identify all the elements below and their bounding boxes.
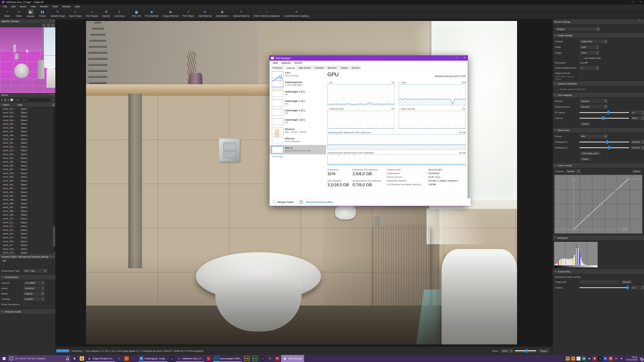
taskbar-button-photos[interactable]: ◎ (168, 355, 176, 362)
close-icon[interactable]: ✕ (53, 255, 54, 258)
taskbar-button-indigo-forum[interactable]: ◍Indigo Renderer Fo... (86, 355, 116, 362)
gp-icon[interactable]: GP (566, 357, 570, 361)
menu-help[interactable]: Help (72, 4, 82, 9)
table-row[interactable]: mesh_343 ...Object (0, 114, 55, 118)
tm-menu-datei[interactable]: Datei (271, 61, 280, 65)
opacity-value[interactable]: 1,0▲▼ (630, 285, 644, 290)
menu-render[interactable]: Render (38, 4, 50, 9)
section-image-settings[interactable]: Image Settings (553, 33, 644, 38)
collapse-chevron-icon[interactable]: ∨ (399, 108, 400, 110)
table-row[interactable]: mesh_354 ...Object (0, 156, 55, 160)
width-input[interactable]: 1280▲▼ (580, 45, 599, 49)
table-row[interactable]: mesh_353 ...Object (0, 152, 55, 156)
sidebar-item-datentr-ger-3-e-[interactable]: Datenträger 3 (E:)0% (270, 117, 326, 126)
table-row[interactable]: mesh_365 ...Object (0, 198, 55, 202)
supersampling-input[interactable]: 2▲▼ (580, 66, 599, 70)
table-row[interactable]: mesh_368 ...Object (0, 209, 55, 213)
table-row[interactable]: mesh_344 ...Object (0, 118, 55, 122)
lock-aspect-checkbox[interactable] (580, 57, 582, 59)
table-row[interactable]: mesh_362 ...Object (0, 186, 55, 190)
zoom-reset-button[interactable]: Reset (538, 349, 550, 353)
tab-details[interactable]: Details (339, 66, 350, 70)
tab-dienste[interactable]: Dienste (350, 66, 361, 70)
search-input[interactable] (15, 357, 66, 360)
whitepoint-y-slider[interactable] (580, 146, 629, 149)
zoom-select[interactable]: 200%▼ (500, 349, 513, 353)
taskbar-button-darkapp[interactable]: ❍ (259, 355, 266, 362)
column-object[interactable]: Object (0, 103, 17, 106)
toolbar-assign-material-button[interactable]: ◉Assign Material (160, 9, 180, 17)
scroll-down-icon[interactable]: ▼ (53, 252, 55, 255)
height-input[interactable]: 1024▲▼ (580, 51, 599, 55)
film-iso-value[interactable]: 300,0▲▼ (630, 116, 644, 120)
ev-adjust-value[interactable]: 2,0▲▼ (630, 110, 644, 115)
toolbar-online-material-database-button[interactable]: ∷Online Material Database (251, 9, 282, 17)
toolbar-add-medium-button[interactable]: ◉Add Medium (214, 9, 231, 17)
property-value[interactable]: 2,00000▲▼ (23, 297, 44, 301)
globe-icon[interactable]: ◍ (582, 357, 586, 361)
taskbar-button-task-view[interactable]: ⧉ (71, 355, 78, 362)
taskbar-button-fireworks[interactable]: Fw (243, 355, 251, 362)
browse-button[interactable]: Browse (621, 280, 632, 284)
start-button[interactable] (0, 355, 8, 362)
sidebar-item-ethernet[interactable]: EthernetNicht verbunden (270, 136, 326, 145)
menu-window[interactable]: Window (60, 4, 72, 9)
taskbar-search[interactable] (8, 356, 70, 361)
cube-icon[interactable]: ⬜ (10, 99, 13, 101)
collapse-chevron-icon[interactable]: ∨ (327, 108, 329, 110)
toolbar-pick-info-button[interactable]: ▆Pick Info (128, 9, 143, 17)
taskbar-button-firefox[interactable]: ◗ (123, 355, 130, 362)
section-histogram[interactable]: Histogram (553, 235, 644, 240)
section-environment[interactable]: Environment (0, 275, 55, 280)
toolbar-save-image-button[interactable]: ⇓Save Image (67, 9, 84, 17)
collapse-chevron-icon[interactable]: ∨ (399, 82, 400, 84)
table-row[interactable]: mesh_359 ...Object (0, 175, 55, 179)
menu-scene[interactable]: Scene (18, 4, 29, 9)
taskbar-button-photoshop[interactable]: Psanna-wangler-3299... (212, 355, 243, 362)
table-row[interactable]: mesh_350 ...Object (0, 141, 55, 145)
resource-monitor-link[interactable]: Ressourcenmonitor öffnen (306, 201, 333, 203)
magnifier-icon[interactable]: ○⃮ (52, 99, 54, 101)
toolbar-pick-object-button[interactable]: ✔Pick Object (180, 9, 196, 17)
section-white-point[interactable]: White Point (553, 128, 644, 133)
gear-warning-icon[interactable]: ⚙ (571, 357, 575, 361)
scene-scrollbar[interactable]: ▼ (53, 107, 55, 255)
table-row[interactable]: mesh_355 ...Object (0, 160, 55, 164)
taskbar-button-lock-sync[interactable]: ⇅ (266, 355, 274, 362)
whitepoint-x-slider[interactable] (580, 140, 629, 144)
curves-reset-button[interactable]: Reset (632, 169, 642, 173)
column-type[interactable]: Type (17, 103, 22, 106)
sidebar-item-arbeitsspeicher[interactable]: Arbeitsspeicher7,1/15,9 GB (45%) (270, 79, 326, 89)
whitepoint-y-value[interactable]: 0,34742▲▼ (630, 145, 644, 150)
taskbar-button-thunderbird[interactable]: ✉Posteingang - fun@... (138, 355, 168, 362)
close-icon[interactable]: ✕ (464, 56, 466, 59)
table-row[interactable]: mesh_379 ...Object (0, 251, 55, 255)
sidebar-item-gpu-0[interactable]: GPU 0NVIDIA GeForce GTX 107031% (270, 145, 326, 154)
table-row[interactable]: mesh_346 ...Object (0, 126, 55, 130)
minimize-icon[interactable]: – (449, 56, 451, 59)
section-compositing[interactable]: Compositing (553, 269, 644, 274)
menu-view[interactable]: View (28, 4, 38, 9)
toolbar-pause-button[interactable]: ▮▮Pause (36, 9, 48, 17)
property-value[interactable]: -75,20693°▲▼ (23, 281, 44, 285)
taskbar-button-filezilla[interactable]: Fz (274, 355, 281, 362)
defender-icon[interactable]: ⛉ (576, 357, 580, 361)
table-row[interactable]: mesh_371 ...Object (0, 221, 55, 224)
close-icon[interactable]: ✕ (642, 20, 643, 22)
table-row[interactable]: mesh_352 ...Object (0, 149, 55, 152)
tab-prozesse[interactable]: Prozesse (271, 66, 284, 70)
sidebar-item-datentr-ger-2-c-[interactable]: Datenträger 2 (C:)0% (270, 107, 326, 117)
tab-autostart[interactable]: Autostart (313, 66, 326, 70)
close-icon[interactable]: ✕ (53, 94, 54, 96)
float-icon[interactable]: ❐ (50, 255, 52, 258)
volume-icon[interactable]: 🕪 (620, 357, 623, 361)
table-row[interactable]: mesh_369 ...Object (0, 213, 55, 217)
table-row[interactable]: mesh_377 ...Object (0, 243, 55, 247)
table-row[interactable]: mesh_342 ...Object (0, 111, 55, 115)
grid-icon[interactable]: ▦ (587, 357, 591, 361)
pick-white-point-button[interactable]: Pick white point (580, 151, 601, 156)
material-sphere2-icon[interactable]: ◎ (8, 99, 9, 101)
task-manager-titlebar[interactable]: Task-Manager – □ ✕ (270, 55, 468, 61)
taskbar-button-edge[interactable]: e (116, 355, 123, 362)
enable-aperture-checkbox[interactable] (555, 88, 558, 91)
